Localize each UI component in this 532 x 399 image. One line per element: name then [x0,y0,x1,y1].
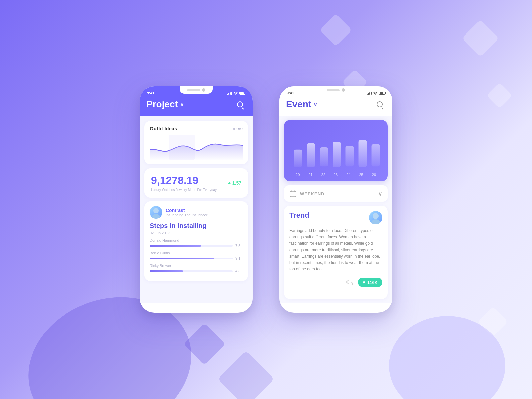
svg-point-2 [153,208,159,213]
svg-rect-4 [307,143,315,167]
progress-row-3: 4.8 [150,269,243,273]
search-button-2[interactable] [374,98,386,110]
weekend-left: WEEKEND [289,190,324,197]
trend-avatar [369,211,382,224]
svg-rect-5 [320,147,328,166]
bar-label-26: 26 [372,173,376,177]
phone-project: 9:41 Project [140,86,253,313]
phone2-title: Event ∨ [286,99,317,110]
chart-card: Outfit Ideas more [144,121,248,164]
reply-icon [346,279,353,285]
svg-rect-10 [290,191,296,197]
phone-notch-1 [180,86,213,94]
deco-diamond-3 [462,19,499,57]
weekend-dropdown[interactable]: WEEKEND ∨ [284,185,388,202]
chart-card-header: Outfit Ideas more [150,126,243,131]
bar-label-23: 23 [334,173,338,177]
camera-2 [342,88,345,92]
search-button-1[interactable] [234,98,246,110]
stats-label: Luxury Watches Jewelry Made For Everyday [151,188,217,192]
svg-point-14 [371,219,381,224]
profile-card: Contrast Influencing The Influencer Step… [144,201,248,281]
trend-card: Trend Earrings add beauty to a face. Dif… [284,206,388,299]
progress-item-1: Donald Hammond 7.5 [150,238,243,248]
progress-track-1 [150,245,233,247]
phone1-header: Project ∨ [140,97,253,116]
bar-label-20: 20 [296,173,300,177]
more-link[interactable]: more [233,126,243,131]
line-chart [150,135,243,160]
bar-chart [290,126,382,169]
battery-icon-1 [239,92,245,95]
phone1-title-text: Project [146,99,178,110]
like-count: 116K [367,280,378,285]
like-button[interactable]: ♥ 116K [358,278,382,287]
signal-bar-2 [367,92,372,95]
signal-icons-1 [227,91,245,95]
speaker-1 [187,89,200,91]
card-date: 02 Jun 2017 [150,231,243,235]
profile-sub: Influencing The Influencer [166,213,207,217]
progress-row-1: 7.5 [150,244,243,248]
progress-track-2 [150,258,233,259]
bar-label-21: 21 [308,173,312,177]
bar-chart-card: 20 21 22 23 24 25 26 [284,120,388,181]
search-icon-2 [377,101,383,107]
svg-rect-6 [332,142,341,167]
profile-info: Contrast Influencing The Influencer [166,208,207,217]
time-2: 9:41 [287,91,294,95]
bar-label-22: 22 [321,173,325,177]
deco-diamond-7 [218,351,274,399]
bar-label-25: 25 [359,173,363,177]
search-icon-1 [237,101,243,107]
progress-value-1: 7.5 [235,244,243,248]
phones-wrapper: 9:41 Project [140,86,392,313]
avatar-image-1 [150,206,162,219]
progress-label-3: Ricky Brewer [150,264,243,268]
svg-point-1 [151,214,161,219]
heart-icon: ♥ [363,280,365,285]
svg-rect-0 [169,135,195,160]
profile-name: Contrast [166,208,207,213]
progress-item-2: Bertie Curtis 9.1 [150,251,243,260]
phone-event: 9:41 Event [279,86,392,313]
bar-chart-labels: 20 21 22 23 24 25 26 [290,173,382,177]
trend-avatar-image [369,211,382,224]
svg-rect-7 [346,146,354,166]
phone1-title: Project ∨ [146,99,184,110]
progress-value-3: 4.8 [235,269,243,273]
svg-rect-3 [294,150,302,167]
svg-point-15 [373,213,379,219]
deco-diamond-4 [487,83,513,109]
bar-label-24: 24 [346,173,350,177]
avatar-1 [150,206,162,219]
phone2-title-text: Event [286,99,311,110]
progress-label-2: Bertie Curtis [150,251,243,255]
progress-fill-3 [150,270,183,272]
svg-rect-9 [372,144,380,167]
reply-button[interactable] [344,277,355,288]
trend-up-icon [228,182,231,184]
phone1-content: Outfit Ideas more [140,116,253,303]
phone2-header: Event ∨ [279,97,392,116]
weekend-text: WEEKEND [300,191,324,196]
wifi-icon-2 [373,91,378,95]
stats-change: 1.57 [228,180,241,186]
svg-rect-8 [359,140,367,167]
battery-icon-2 [379,92,385,95]
chart-title: Outfit Ideas [150,126,177,131]
progress-row-2: 9.1 [150,256,243,260]
phone-notch-2 [319,86,352,94]
stats-card: 9,1278.19 Luxury Watches Jewelry Made Fo… [144,168,248,198]
camera-1 [202,88,205,92]
profile-header: Contrast Influencing The Influencer [150,206,243,219]
trend-body: Earrings add beauty to a face. Different… [289,228,382,272]
progress-fill-2 [150,258,214,259]
signal-icons-2 [367,91,385,95]
progress-label-1: Donald Hammond [150,238,243,242]
chevron-down-icon-weekend: ∨ [378,190,382,197]
phone2-content: 20 21 22 23 24 25 26 [279,116,392,303]
time-1: 9:41 [147,91,154,95]
signal-bar-1 [227,92,232,95]
stats-number: 9,1278.19 [151,174,217,187]
